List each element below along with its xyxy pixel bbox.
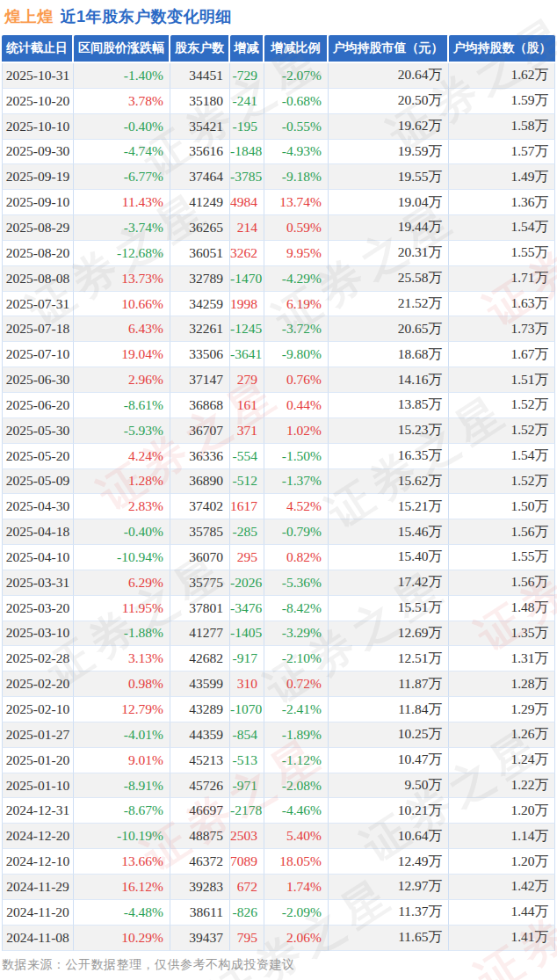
cell-change-pct: -4.93% bbox=[264, 140, 329, 165]
cell-avg-shares: 1.31万 bbox=[449, 646, 555, 671]
cell-date: 2024-11-29 bbox=[2, 875, 74, 900]
cell-price-change: -4.74% bbox=[74, 140, 170, 165]
cell-date: 2025-01-10 bbox=[2, 773, 74, 799]
cell-avg-shares: 1.41万 bbox=[449, 926, 555, 951]
table-row: 2024-12-1013.66%46372708918.05%12.49万1.2… bbox=[2, 849, 555, 875]
cell-change: -285 bbox=[230, 519, 264, 545]
cell-date: 2025-02-10 bbox=[2, 697, 74, 722]
cell-date: 2025-10-20 bbox=[2, 89, 74, 114]
table-row: 2025-09-1011.43%41249498413.74%19.04万1.3… bbox=[2, 190, 555, 215]
table-row: 2024-11-20-4.48%38611-826-2.09%11.37万1.4… bbox=[2, 900, 555, 926]
table-row: 2025-08-20-12.68%3605132629.95%20.31万1.5… bbox=[2, 241, 555, 266]
cell-change: -2026 bbox=[230, 570, 264, 596]
cell-price-change: 3.13% bbox=[74, 646, 170, 671]
cell-change-pct: -8.42% bbox=[264, 596, 329, 621]
cell-holders: 45726 bbox=[170, 773, 230, 799]
cell-date: 2024-11-20 bbox=[2, 900, 74, 926]
cell-avg-shares: 1.56万 bbox=[449, 519, 555, 545]
cell-date: 2025-08-29 bbox=[2, 215, 74, 241]
cell-avg-value: 15.40万 bbox=[329, 545, 449, 570]
table-row: 2025-07-1019.04%33506-3641-9.80%18.68万1.… bbox=[2, 342, 555, 367]
cell-date: 2025-07-18 bbox=[2, 316, 74, 342]
cell-avg-value: 19.04万 bbox=[329, 190, 449, 215]
cell-avg-value: 11.37万 bbox=[329, 900, 449, 926]
cell-date: 2024-12-31 bbox=[2, 798, 74, 824]
cell-avg-shares: 1.51万 bbox=[449, 367, 555, 393]
cell-holders: 35775 bbox=[170, 570, 230, 596]
column-header-4: 增减比例 bbox=[264, 35, 329, 63]
table-row: 2025-03-2011.95%37801-3476-8.42%15.51万1.… bbox=[2, 596, 555, 621]
table-row: 2025-06-20-8.61%368681610.44%13.85万1.52万 bbox=[2, 393, 555, 418]
table-row: 2025-03-10-1.88%41277-1405-3.29%12.69万1.… bbox=[2, 621, 555, 647]
table-row: 2024-12-20-10.19%4887525035.40%10.64万1.1… bbox=[2, 824, 555, 849]
cell-date: 2025-08-20 bbox=[2, 241, 74, 266]
cell-holders: 37464 bbox=[170, 164, 230, 190]
cell-change-pct: 13.74% bbox=[264, 190, 329, 215]
cell-change-pct: -9.18% bbox=[264, 164, 329, 190]
cell-date: 2024-11-08 bbox=[2, 926, 74, 951]
cell-change-pct: -5.36% bbox=[264, 570, 329, 596]
cell-change: -513 bbox=[230, 748, 264, 773]
table-row: 2025-06-302.96%371472790.76%14.16万1.51万 bbox=[2, 367, 555, 393]
table-header: 统计截止日区间股价涨跌幅股东户数增减增减比例户均持股市值（元）户均持股数（股） bbox=[2, 35, 555, 63]
cell-change: -1848 bbox=[230, 140, 264, 165]
cell-change-pct: 1.02% bbox=[264, 418, 329, 444]
cell-avg-value: 17.42万 bbox=[329, 570, 449, 596]
cell-avg-value: 10.25万 bbox=[329, 722, 449, 748]
cell-avg-shares: 1.29万 bbox=[449, 697, 555, 722]
cell-avg-shares: 1.55万 bbox=[449, 241, 555, 266]
cell-change: -1245 bbox=[230, 316, 264, 342]
cell-change: -854 bbox=[230, 722, 264, 748]
cell-avg-value: 20.64万 bbox=[329, 63, 449, 89]
cell-change-pct: 4.52% bbox=[264, 494, 329, 519]
cell-avg-value: 13.85万 bbox=[329, 393, 449, 418]
cell-avg-shares: 1.67万 bbox=[449, 342, 555, 367]
cell-price-change: 9.01% bbox=[74, 748, 170, 773]
cell-change: -554 bbox=[230, 444, 264, 469]
table-row: 2025-05-091.28%36890-512-1.37%15.62万1.52… bbox=[2, 469, 555, 495]
cell-holders: 35616 bbox=[170, 140, 230, 165]
cell-avg-value: 20.65万 bbox=[329, 316, 449, 342]
table-row: 2024-11-2916.12%392836721.74%12.97万1.42万 bbox=[2, 875, 555, 900]
cell-date: 2025-04-30 bbox=[2, 494, 74, 519]
cell-holders: 46372 bbox=[170, 849, 230, 875]
cell-avg-shares: 1.24万 bbox=[449, 748, 555, 773]
cell-price-change: 4.24% bbox=[74, 444, 170, 469]
table-row: 2025-04-18-0.40%35785-285-0.79%15.46万1.5… bbox=[2, 519, 555, 545]
cell-date: 2025-09-10 bbox=[2, 190, 74, 215]
cell-price-change: 6.43% bbox=[74, 316, 170, 342]
cell-avg-value: 15.21万 bbox=[329, 494, 449, 519]
cell-holders: 35785 bbox=[170, 519, 230, 545]
cell-date: 2025-04-18 bbox=[2, 519, 74, 545]
cell-date: 2025-04-10 bbox=[2, 545, 74, 570]
cell-date: 2024-12-20 bbox=[2, 824, 74, 849]
cell-avg-shares: 1.73万 bbox=[449, 316, 555, 342]
cell-date: 2025-01-20 bbox=[2, 748, 74, 773]
cell-change: -729 bbox=[230, 63, 264, 89]
table-row: 2025-04-10-10.94%360702950.82%15.40万1.55… bbox=[2, 545, 555, 570]
cell-date: 2025-02-28 bbox=[2, 646, 74, 671]
cell-change: -241 bbox=[230, 89, 264, 114]
cell-change: 4984 bbox=[230, 190, 264, 215]
cell-change: 3262 bbox=[230, 241, 264, 266]
cell-change: -971 bbox=[230, 773, 264, 799]
table-row: 2025-08-0813.73%32789-1470-4.29%25.58万1.… bbox=[2, 266, 555, 292]
cell-holders: 35421 bbox=[170, 114, 230, 140]
cell-avg-value: 21.52万 bbox=[329, 292, 449, 317]
cell-avg-value: 12.69万 bbox=[329, 621, 449, 647]
cell-price-change: -0.40% bbox=[74, 519, 170, 545]
cell-holders: 36051 bbox=[170, 241, 230, 266]
cell-price-change: -10.19% bbox=[74, 824, 170, 849]
cell-avg-shares: 1.42万 bbox=[449, 875, 555, 900]
cell-change: 161 bbox=[230, 393, 264, 418]
column-header-6: 户均持股数（股） bbox=[449, 35, 555, 63]
cell-avg-value: 10.21万 bbox=[329, 798, 449, 824]
cell-change-pct: -0.79% bbox=[264, 519, 329, 545]
cell-avg-shares: 1.62万 bbox=[449, 63, 555, 89]
cell-date: 2025-03-20 bbox=[2, 596, 74, 621]
cell-price-change: -1.88% bbox=[74, 621, 170, 647]
cell-change-pct: -3.29% bbox=[264, 621, 329, 647]
table-row: 2025-09-19-6.77%37464-3785-9.18%19.55万1.… bbox=[2, 164, 555, 190]
cell-date: 2025-02-20 bbox=[2, 671, 74, 697]
column-header-2: 股东户数 bbox=[170, 35, 230, 63]
